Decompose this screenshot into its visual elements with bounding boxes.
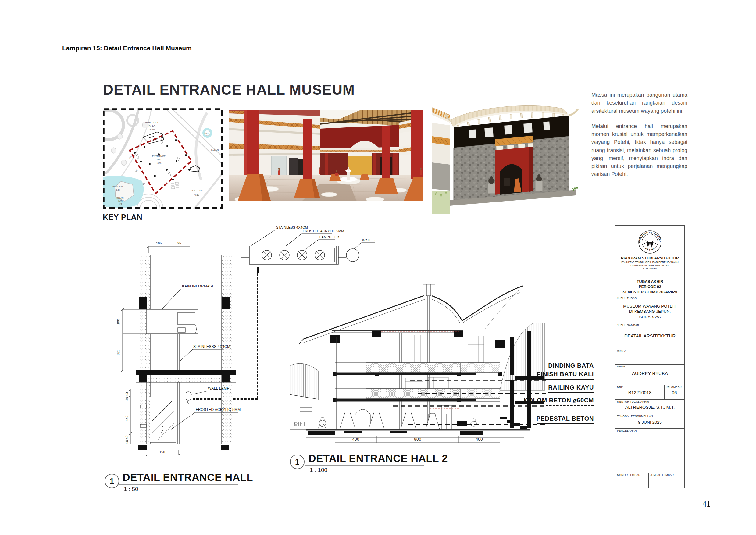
kelompok-label: KELOMPOK	[666, 386, 682, 389]
key-plan-svg: IMMERSIVE AREA +0.60 ENTRANCE HALL +0.60…	[103, 108, 223, 209]
nama-label: NAMA	[617, 365, 625, 368]
left-neighbor-building	[290, 363, 319, 429]
svg-text:95: 95	[178, 241, 181, 245]
title-block-lembar: NOMOR LEMBAR JUMLAH LEMBAR	[615, 472, 685, 488]
annotation-finish-batu-kali: FINISH BATU KALI	[537, 371, 594, 380]
title-block-tanggal: TANGGAL PENGUMPULAN 9 JUNI 2025	[615, 414, 685, 429]
ground-foundation	[306, 429, 530, 437]
svg-text:HALL: HALL	[156, 158, 162, 161]
title-block-pengesahan: PENGESAHAN	[615, 428, 685, 473]
drawing-number: 1	[110, 477, 114, 486]
drawing-number-2: 1	[295, 458, 299, 466]
svg-text:FROSTED ACRYLIC 5MM: FROSTED ACRYLIC 5MM	[303, 229, 344, 233]
judul-tugas-line3: SURABAYA	[615, 314, 685, 320]
pedestal-cones	[340, 412, 439, 429]
section-drawing: 400 800 400	[290, 271, 546, 449]
svg-text:400: 400	[352, 437, 359, 442]
svg-text:PAVILION: PAVILION	[112, 185, 123, 188]
institution-program: PROGRAM STUDI ARSITEKTUR	[615, 256, 685, 260]
section-dimensions: 400 800 400	[352, 437, 483, 442]
svg-text:150: 150	[159, 450, 165, 454]
kelompok-value: 06	[664, 390, 685, 395]
title-block-tugas: TUGAS AKHIR PERIODE 92 SEMESTER GENAP 20…	[615, 276, 685, 296]
upper-floor-windows	[384, 335, 484, 363]
appendix-header: Lampiran 15: Detail Entrance Hall Museum	[62, 44, 192, 52]
page-title: DETAIL ENTRANCE HALL MUSEUM	[103, 81, 355, 98]
svg-text:-0.45: -0.45	[118, 203, 122, 205]
tanggal-value: 9 JUNI 2025	[615, 420, 685, 425]
key-plan-drawing: IMMERSIVE AREA +0.60 ENTRANCE HALL +0.60…	[103, 108, 223, 209]
interior-render-svg	[229, 110, 423, 201]
svg-text:320: 320	[117, 350, 120, 355]
institution-city: SURABAYA	[615, 267, 685, 270]
railing-level2	[366, 389, 460, 398]
skala-label: SKALA	[617, 350, 626, 353]
svg-text:40 10: 40 10	[125, 392, 129, 401]
title-block: UNIVERSITAS KRISTEN PETRA PROGRAM STUDI …	[615, 225, 685, 488]
svg-text:KIM LO: KIM LO	[205, 132, 210, 134]
railing-level3	[366, 363, 460, 373]
drawing-number-bubble: 1	[104, 474, 119, 488]
mid-floor-details	[406, 378, 448, 388]
section-title: DETAIL ENTRANCE HALL 2	[309, 452, 448, 464]
key-plan-structures	[143, 132, 200, 189]
svg-text:+0.60: +0.60	[194, 194, 199, 196]
jumlah-lembar-label: JUMLAH LEMBAR	[650, 473, 674, 476]
svg-text:WALL LAMP: WALL LAMP	[362, 239, 375, 242]
institution-university: UNIVERSITAS KRISTEN PETRA	[615, 264, 685, 268]
section-drawing-svg: 400 800 400	[290, 271, 546, 448]
annotation-railing-kayu: RAILING KAYU	[548, 384, 594, 393]
wall-lamp-symbol	[346, 249, 359, 262]
nomor-lembar-label: NOMOR LEMBAR	[617, 473, 640, 476]
description-paragraph-1: Massa ini merupakan bangunan utama dari …	[591, 91, 687, 115]
nrp-cell: NRP B12210018	[615, 385, 665, 399]
title-block-judul-gambar: JUDUL GAMBAR DEATAIL ARSITEKKTUR	[615, 323, 685, 349]
svg-text:KAIN INFORMASI: KAIN INFORMASI	[182, 284, 213, 288]
judul-tugas-line2: DI KEMBANG JEPUN,	[615, 309, 685, 314]
semester: SEMESTER GENAP 2024/2025	[615, 290, 685, 295]
title-block-institution: UNIVERSITAS KRISTEN PETRA PROGRAM STUDI …	[615, 226, 685, 276]
svg-text:+0.60: +0.60	[156, 162, 161, 164]
svg-text:STAINLESS 4X4CM: STAINLESS 4X4CM	[276, 226, 308, 229]
logo-emblem	[644, 235, 656, 248]
title-block-nrp-kelompok: NRP B12210018 KELOMPOK 06	[615, 385, 685, 400]
svg-text:+0.60: +0.60	[150, 128, 155, 130]
svg-text:IKAN: IKAN	[118, 200, 122, 202]
svg-text:KELEN: KELEN	[211, 149, 219, 151]
svg-text:700: 700	[135, 169, 138, 173]
judul-gambar-label: JUDUL GAMBAR	[617, 324, 639, 327]
nama-value: AUDREY RYUKA	[615, 371, 685, 376]
section-scale: 1 : 100	[310, 467, 327, 473]
kelompok-cell: KELOMPOK 06	[664, 385, 685, 399]
tugas-akhir: TUGAS AKHIR	[615, 279, 685, 284]
svg-text:IMMERSIVE: IMMERSIVE	[145, 121, 159, 124]
annotation-dinding-bata: DINDING BATA	[548, 362, 594, 369]
svg-text:100: 100	[117, 319, 120, 325]
svg-text:WALL LAMP: WALL LAMP	[208, 386, 230, 390]
mentor-value: ALTREROSJE, S.T., M.T.	[615, 405, 685, 410]
judul-tugas-label: JUDUL TUGAS	[617, 296, 636, 300]
university-logo: UNIVERSITAS KRISTEN PETRA	[638, 230, 662, 254]
exterior-render-svg	[432, 90, 588, 214]
description-paragraph-2: Melalui entrance hall merupakan momen kr…	[591, 122, 687, 178]
svg-text:105: 105	[156, 241, 161, 245]
page-number: 41	[702, 499, 711, 509]
svg-text:AREA: AREA	[149, 125, 155, 127]
nomor-lembar-cell: NOMOR LEMBAR	[615, 472, 649, 488]
exterior-render	[432, 90, 588, 215]
periode: PERIODE 92	[615, 284, 685, 290]
svg-text:STAINLESSS 4X4CM: STAINLESSS 4X4CM	[193, 345, 230, 349]
description-text: Massa ini merupakan bangunan utama dari …	[591, 91, 687, 186]
nrp-value: B12210018	[615, 390, 664, 395]
title-block-mentor: MENTOR TUGAS AKHIR ALTREROSJE, S.T., M.T…	[615, 399, 685, 414]
institution-faculty: FAKULTAS TEKNIK SIPIL DAN PERENCANAAN	[615, 261, 685, 264]
wall-detail-svg: 105 95 100 320 40 10 140 10 40 150 KAIN …	[104, 238, 250, 457]
svg-text:800: 800	[414, 437, 421, 442]
wall-detail-drawing: 105 95 100 320 40 10 140 10 40 150 KAIN …	[104, 238, 250, 459]
interior-render	[229, 110, 423, 202]
mentor-label: MENTOR TUGAS AKHIR	[617, 400, 649, 403]
judul-tugas-line1: MUSEUM WAYANG POTEHI	[615, 304, 685, 309]
svg-text:10 40: 10 40	[125, 435, 129, 444]
svg-text:400: 400	[129, 155, 132, 159]
jumlah-lembar-cell: JUMLAH LEMBAR	[648, 472, 685, 488]
